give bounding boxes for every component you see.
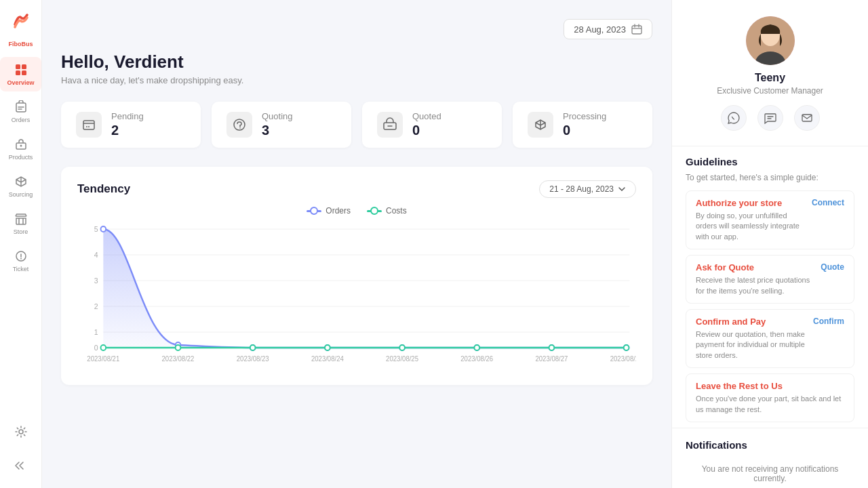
stat-pending: Pending 2 xyxy=(61,102,201,148)
date-badge: 28 Aug, 2023 xyxy=(564,19,652,39)
main-content: 28 Aug, 2023 Hello, Verdient Hava a nice… xyxy=(42,0,671,488)
email-button[interactable] xyxy=(794,105,820,131)
guideline-confirm-action[interactable]: Confirm xyxy=(813,317,844,326)
sidebar-item-sourcing[interactable]: Sourcing xyxy=(0,169,41,203)
notifications-empty: You are not receiving any notifications … xyxy=(686,456,854,488)
agent-avatar xyxy=(746,16,795,65)
svg-text:2023/08/27: 2023/08/27 xyxy=(535,355,568,363)
svg-point-42 xyxy=(474,345,479,350)
date-text: 28 Aug, 2023 xyxy=(574,24,626,35)
guideline-rest-desc: Once you've done your part, sit back and… xyxy=(696,394,844,415)
svg-point-7 xyxy=(20,145,22,147)
stat-processing-value: 0 xyxy=(563,123,606,138)
email-icon xyxy=(801,112,813,124)
guideline-quote: Ask for Quote Receive the latest price q… xyxy=(686,255,854,304)
guideline-confirm-header: Confirm and Pay Review our quotation, th… xyxy=(696,317,844,361)
calendar-icon xyxy=(631,24,642,35)
app-logo[interactable] xyxy=(8,8,34,34)
svg-rect-10 xyxy=(632,26,642,34)
svg-point-37 xyxy=(100,345,106,350)
sidebar-label-store: Store xyxy=(14,228,28,235)
guideline-confirm-text: Confirm and Pay Review our quotation, th… xyxy=(696,317,808,361)
sourcing-icon xyxy=(14,174,28,189)
sidebar: FiboBus Overview Orders xyxy=(0,0,42,488)
agent-actions xyxy=(686,105,854,131)
svg-point-29 xyxy=(100,226,106,232)
gear-icon xyxy=(14,424,28,439)
guideline-quote-action[interactable]: Quote xyxy=(821,262,844,272)
stat-pending-value: 2 xyxy=(111,123,144,138)
svg-text:2023/08/25: 2023/08/25 xyxy=(386,355,418,363)
date-row: 28 Aug, 2023 xyxy=(61,19,652,39)
agent-avatar-svg xyxy=(746,16,795,65)
svg-point-13 xyxy=(88,126,90,127)
sidebar-item-ticket[interactable]: Ticket xyxy=(0,243,41,278)
chart-container: 5 4 3 2 1 0 xyxy=(77,222,636,371)
guideline-quote-text: Ask for Quote Receive the latest price q… xyxy=(696,262,815,296)
stat-quoting-value: 3 xyxy=(262,123,293,138)
guideline-authorize-header: Authorize your store By doing so, your u… xyxy=(696,198,844,242)
sidebar-label-sourcing: Sourcing xyxy=(9,191,33,198)
guideline-rest: Leave the Rest to Us Once you've done yo… xyxy=(686,373,854,422)
guideline-authorize-action[interactable]: Connect xyxy=(812,198,844,207)
svg-text:2023/08/28: 2023/08/28 xyxy=(610,355,636,363)
legend-costs-label: Costs xyxy=(386,206,407,216)
sidebar-bottom xyxy=(11,418,31,480)
svg-point-12 xyxy=(86,126,87,127)
products-icon xyxy=(14,137,28,152)
svg-text:2023/08/24: 2023/08/24 xyxy=(311,355,344,363)
stat-processing-label: Processing xyxy=(563,111,606,121)
pending-icon xyxy=(76,112,102,138)
svg-text:2023/08/21: 2023/08/21 xyxy=(87,355,119,363)
guideline-confirm: Confirm and Pay Review our quotation, th… xyxy=(686,309,854,368)
svg-point-40 xyxy=(325,345,330,350)
sidebar-item-orders[interactable]: Orders xyxy=(0,94,41,129)
sidebar-label-overview: Overview xyxy=(7,79,34,86)
date-range-button[interactable]: 21 - 28 Aug, 2023 xyxy=(539,180,636,198)
guideline-confirm-desc: Review our quotation, then make payment … xyxy=(696,329,808,361)
message-button[interactable] xyxy=(757,105,783,131)
sidebar-item-products[interactable]: Products xyxy=(0,131,41,166)
divider-2 xyxy=(672,428,868,428)
guideline-authorize-text: Authorize your store By doing so, your u… xyxy=(696,198,806,242)
right-panel: Teeny Exclusive Customer Manager Guideli… xyxy=(671,0,868,488)
notifications-section: Notifications You are not receiving any … xyxy=(686,439,854,488)
svg-text:4: 4 xyxy=(94,251,98,259)
message-icon xyxy=(764,112,776,124)
greeting-title: Hello, Verdient xyxy=(61,52,652,73)
svg-point-43 xyxy=(549,345,555,350)
store-icon xyxy=(14,211,28,226)
stat-quoting: Quoting 3 xyxy=(212,102,351,148)
sidebar-label-ticket: Ticket xyxy=(13,266,29,272)
chart-legend: Orders Costs xyxy=(77,206,636,216)
orders-dot xyxy=(307,210,321,212)
guideline-quote-name: Ask for Quote xyxy=(696,262,815,272)
chevron-down-icon xyxy=(618,185,626,193)
svg-text:2023/08/26: 2023/08/26 xyxy=(460,355,493,363)
legend-orders: Orders xyxy=(307,206,351,216)
guideline-authorize-name: Authorize your store xyxy=(696,198,806,208)
notifications-title: Notifications xyxy=(686,439,854,451)
svg-point-44 xyxy=(624,345,629,350)
guidelines-title: Guidelines xyxy=(686,156,854,167)
sidebar-label-orders: Orders xyxy=(12,117,31,123)
sidebar-item-store[interactable]: Store xyxy=(0,206,41,241)
guideline-rest-name: Leave the Rest to Us xyxy=(696,381,844,391)
stat-processing-info: Processing 0 xyxy=(563,111,606,138)
stat-quoting-info: Quoting 3 xyxy=(262,111,293,138)
tendency-chart: 5 4 3 2 1 0 xyxy=(77,222,636,371)
legend-orders-label: Orders xyxy=(326,206,351,216)
divider-1 xyxy=(672,146,868,146)
app-name: FiboBus xyxy=(9,41,33,47)
stat-pending-info: Pending 2 xyxy=(111,111,144,138)
sidebar-label-products: Products xyxy=(9,154,33,161)
collapse-button[interactable] xyxy=(11,453,31,479)
svg-text:0: 0 xyxy=(94,344,98,352)
orders-icon xyxy=(14,100,28,115)
guidelines-intro: To get started, here's a simple guide: xyxy=(686,173,854,182)
whatsapp-button[interactable] xyxy=(721,105,747,131)
svg-rect-3 xyxy=(16,70,20,75)
guideline-quote-desc: Receive the latest price quotations for … xyxy=(696,275,815,296)
sidebar-item-overview[interactable]: Overview xyxy=(0,57,41,92)
settings-button[interactable] xyxy=(11,419,31,445)
